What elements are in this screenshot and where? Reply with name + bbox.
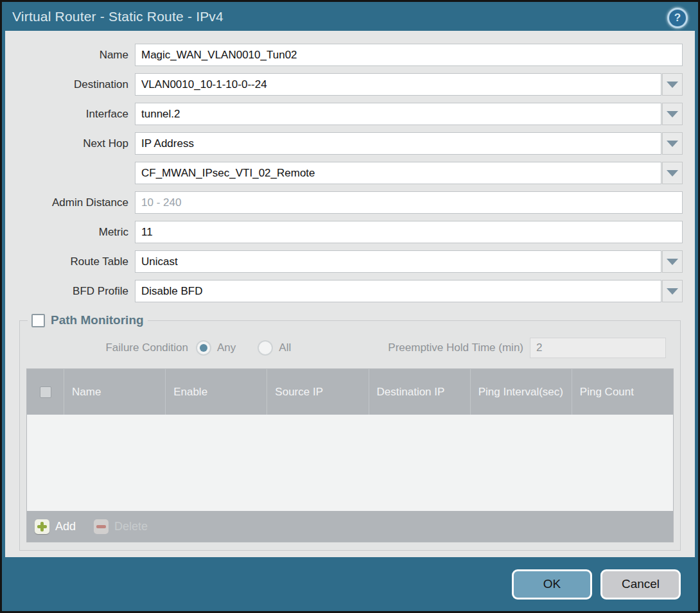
dialog-title: Virtual Router - Static Route - IPv4 xyxy=(12,9,223,24)
radio-icon-any xyxy=(196,340,211,356)
destination-dropdown-button[interactable] xyxy=(662,73,683,96)
name-label: Name xyxy=(5,49,135,62)
column-header-source-ip[interactable]: Source IP xyxy=(267,369,368,415)
preemptive-hold-input[interactable] xyxy=(530,338,666,358)
preemptive-hold-label: Preemptive Hold Time (min) xyxy=(388,341,530,354)
path-monitoring-legend: Path Monitoring xyxy=(28,313,148,327)
next-hop-type-input[interactable] xyxy=(135,132,661,155)
name-row: Name xyxy=(5,44,683,66)
next-hop-address-dropdown-button[interactable] xyxy=(662,162,683,184)
interface-label: Interface xyxy=(5,108,135,121)
next-hop-type-dropdown-button[interactable] xyxy=(662,132,683,155)
title-bar: Virtual Router - Static Route - IPv4 xyxy=(2,2,698,31)
table-header-row: Name Enable Source IP Destination IP Pin… xyxy=(27,369,673,415)
chevron-down-icon xyxy=(667,111,678,117)
static-route-dialog: Virtual Router - Static Route - IPv4 ? N… xyxy=(0,0,700,613)
radio-label-any: Any xyxy=(217,341,236,354)
failure-condition-row: Failure Condition Any All Preemptive Hol… xyxy=(25,338,666,358)
metric-row: Metric xyxy=(5,221,683,243)
table-header-select-cell xyxy=(27,369,64,415)
bfd-profile-input[interactable] xyxy=(135,280,661,302)
route-table-input[interactable] xyxy=(135,250,661,273)
help-icon[interactable]: ? xyxy=(667,8,688,28)
interface-input[interactable] xyxy=(135,103,661,125)
path-monitoring-checkbox[interactable] xyxy=(31,314,45,327)
column-header-enable[interactable]: Enable xyxy=(165,369,267,415)
radio-label-all: All xyxy=(279,341,291,354)
interface-row: Interface xyxy=(5,103,683,125)
path-monitoring-fieldset: Path Monitoring Failure Condition Any Al… xyxy=(19,313,681,551)
chevron-down-icon xyxy=(667,141,678,147)
dialog-body: Name Destination Interface xyxy=(5,31,695,557)
minus-icon xyxy=(94,519,109,534)
select-all-checkbox[interactable] xyxy=(40,386,51,398)
delete-button[interactable]: Delete xyxy=(94,519,148,534)
destination-input[interactable] xyxy=(135,73,661,96)
column-header-destination-ip[interactable]: Destination IP xyxy=(369,369,470,415)
chevron-down-icon xyxy=(667,170,678,177)
radio-option-any[interactable]: Any xyxy=(196,340,236,356)
cancel-button[interactable]: Cancel xyxy=(600,569,681,600)
admin-distance-input[interactable] xyxy=(135,191,683,214)
bfd-profile-label: BFD Profile xyxy=(5,285,135,298)
delete-button-label: Delete xyxy=(114,520,148,533)
radio-icon-all xyxy=(258,340,273,356)
next-hop-address-input[interactable] xyxy=(135,162,661,184)
bfd-profile-dropdown-button[interactable] xyxy=(662,280,683,302)
column-header-name[interactable]: Name xyxy=(64,369,165,415)
chevron-down-icon xyxy=(667,259,678,265)
destination-label: Destination xyxy=(5,78,135,91)
add-button-label: Add xyxy=(55,520,76,533)
route-table-label: Route Table xyxy=(5,255,135,268)
column-header-ping-interval[interactable]: Ping Interval(sec) xyxy=(470,369,572,415)
add-button[interactable]: Add xyxy=(35,519,76,534)
path-monitoring-title: Path Monitoring xyxy=(51,313,144,327)
failure-condition-options: Any All xyxy=(196,340,313,356)
ok-button[interactable]: OK xyxy=(512,569,592,600)
metric-label: Metric xyxy=(5,226,135,239)
plus-icon xyxy=(35,519,49,534)
name-input[interactable] xyxy=(135,44,683,66)
table-toolbar: Add Delete xyxy=(27,511,673,542)
admin-distance-row: Admin Distance xyxy=(5,191,683,214)
destination-row: Destination xyxy=(5,73,683,96)
bfd-profile-row: BFD Profile xyxy=(5,280,683,302)
metric-input[interactable] xyxy=(135,221,683,243)
next-hop-row: Next Hop xyxy=(5,132,683,155)
radio-option-all[interactable]: All xyxy=(258,340,291,356)
table-body-empty xyxy=(27,415,673,511)
chevron-down-icon xyxy=(667,82,678,88)
route-table-row: Route Table xyxy=(5,250,683,273)
chevron-down-icon xyxy=(667,288,678,295)
route-table-dropdown-button[interactable] xyxy=(662,250,683,273)
column-header-ping-count[interactable]: Ping Count xyxy=(572,369,673,415)
failure-condition-label: Failure Condition xyxy=(25,341,196,354)
admin-distance-label: Admin Distance xyxy=(5,196,135,209)
next-hop-label: Next Hop xyxy=(5,137,135,150)
interface-dropdown-button[interactable] xyxy=(662,103,683,125)
path-monitoring-table: Name Enable Source IP Destination IP Pin… xyxy=(26,368,674,542)
dialog-footer: OK Cancel xyxy=(2,557,698,611)
next-hop-address-row xyxy=(5,162,683,184)
